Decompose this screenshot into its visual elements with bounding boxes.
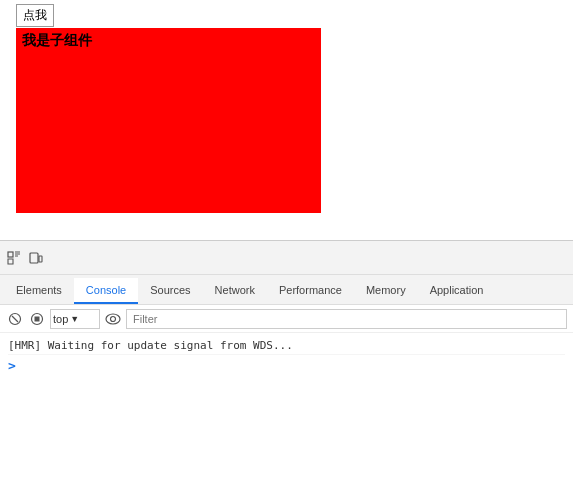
tab-performance[interactable]: Performance	[267, 278, 354, 304]
console-toolbar: top ▼	[0, 305, 573, 333]
svg-rect-0	[8, 252, 13, 257]
context-dropdown-arrow: ▼	[70, 314, 79, 324]
app-area: 点我 我是子组件	[0, 0, 573, 240]
tab-console[interactable]: Console	[74, 278, 138, 304]
console-prompt-symbol: >	[8, 358, 16, 373]
svg-rect-2	[39, 256, 42, 262]
child-label: 我是子组件	[22, 32, 92, 50]
eye-icon[interactable]	[104, 310, 122, 328]
svg-point-8	[111, 316, 116, 321]
console-output: [HMR] Waiting for update signal from WDS…	[0, 333, 573, 502]
red-box: 我是子组件	[16, 28, 321, 213]
inspect-element-icon[interactable]	[4, 248, 24, 268]
tab-network[interactable]: Network	[203, 278, 267, 304]
device-toggle-icon[interactable]	[26, 248, 46, 268]
devtools-toolbar	[0, 241, 573, 275]
click-button[interactable]: 点我	[16, 4, 54, 27]
devtools-tabs: Elements Console Sources Network Perform…	[0, 275, 573, 305]
console-filter-input[interactable]	[126, 309, 567, 329]
stop-icon[interactable]	[28, 310, 46, 328]
tab-sources[interactable]: Sources	[138, 278, 202, 304]
context-selector[interactable]: top ▼	[50, 309, 100, 329]
tab-elements[interactable]: Elements	[4, 278, 74, 304]
svg-rect-1	[30, 253, 38, 263]
context-value: top	[53, 313, 68, 325]
tab-application[interactable]: Application	[418, 278, 496, 304]
svg-line-4	[12, 316, 18, 322]
svg-rect-6	[35, 316, 40, 321]
devtools-panel: Elements Console Sources Network Perform…	[0, 240, 573, 502]
hmr-log-text: [HMR] Waiting for update signal from WDS…	[8, 339, 293, 352]
svg-point-7	[106, 314, 120, 324]
console-log-hmr: [HMR] Waiting for update signal from WDS…	[8, 337, 565, 355]
console-prompt-line[interactable]: >	[8, 355, 565, 377]
tab-memory[interactable]: Memory	[354, 278, 418, 304]
clear-console-icon[interactable]	[6, 310, 24, 328]
